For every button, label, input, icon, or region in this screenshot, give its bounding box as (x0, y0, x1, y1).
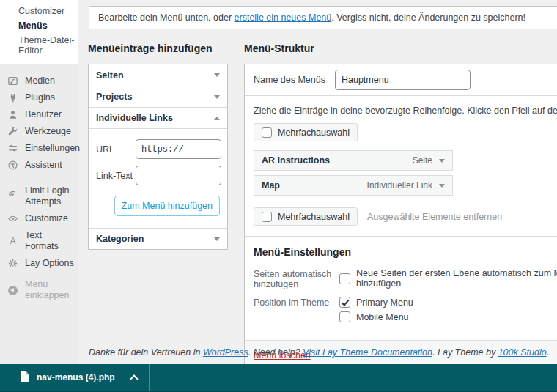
sidebar-item-werkzeuge[interactable]: Werkzeuge (0, 123, 78, 140)
add-menu-items-title: Menüeinträge hinzufügen (88, 42, 228, 54)
download-bar: nav-menus (4).php (0, 364, 557, 392)
auto-add-checkbox[interactable] (339, 273, 350, 284)
sidebar-item-menus[interactable]: Menüs (0, 18, 78, 33)
sidebar-item-label: Limit Login Attempts (25, 185, 73, 207)
mobile-menu-label: Mobile Menu (356, 312, 409, 322)
chevron-down-icon[interactable] (439, 184, 445, 191)
chevron-up-icon (214, 114, 220, 120)
bulk-select-checkbox[interactable] (262, 127, 272, 138)
sidebar-item-label: Text Formats (25, 230, 75, 252)
url-label: URL (96, 144, 136, 155)
footer-text: . Lay Theme by (432, 347, 498, 358)
eye-icon (7, 213, 18, 224)
sidebar-item-medien[interactable]: Medien (0, 73, 78, 89)
sidebar-item-theme-file-editor[interactable]: Theme-Datei-Editor (0, 33, 78, 58)
menu-structure-panel: Menü-Struktur Name des Menüs Ziehe die E… (244, 42, 557, 370)
sidebar-item-customizer[interactable]: Customizer (0, 4, 78, 18)
accordion-individuelle-links[interactable]: Individuelle Links (89, 107, 227, 128)
auto-add-option-label: Neue Seiten der ersten Ebene automatisch… (356, 268, 557, 289)
menu-name-label: Name des Menüs (254, 75, 325, 85)
mobile-menu-checkbox[interactable] (339, 311, 350, 322)
chevron-up-icon[interactable] (130, 374, 138, 382)
footer-text: Danke für dein Vertrauen in (89, 347, 203, 358)
notice-text: . Vergiss nicht, deine Änderungen zu spe… (331, 12, 525, 23)
menu-items-list: AR Instructions Seite Map Individueller … (254, 150, 453, 196)
sidebar-item-label: Medien (25, 75, 55, 86)
sidebar-item-einstellungen[interactable]: Einstellungen (0, 140, 78, 157)
downloaded-filename: nav-menus (4).php (37, 372, 115, 382)
admin-sidebar: Customizer Menüs Theme-Datei-Editor Medi… (0, 0, 78, 364)
menu-item-ar-instructions[interactable]: AR Instructions Seite (254, 150, 453, 171)
notice-text: Bearbeite dein Menü unten, oder (98, 12, 235, 23)
mobile-menu-option[interactable]: Mobile Menu (339, 311, 413, 322)
limit-login-icon (7, 187, 18, 198)
plugins-icon (7, 92, 18, 103)
file-icon (21, 371, 29, 384)
url-input[interactable] (136, 139, 221, 159)
add-to-menu-button[interactable]: Zum Menü hinzufügen (114, 196, 220, 216)
menu-item-title: Map (262, 180, 280, 191)
menu-name-input[interactable] (335, 70, 471, 90)
collapse-menu-button[interactable]: Menü einklappen (0, 276, 78, 304)
accordion-projects[interactable]: Projects (89, 86, 227, 107)
drag-instructions: Ziehe die Einträge in deine bevorzugte R… (254, 106, 557, 116)
accordion-kategorien[interactable]: Kategorien (89, 228, 227, 249)
link-text-input[interactable] (136, 166, 221, 185)
link-text-label: Link-Text (96, 171, 136, 181)
wordpress-link[interactable]: WordPress (203, 347, 248, 358)
admin-menu: Medien Plugins Benutzer Werkzeuge (0, 64, 78, 304)
chevron-down-icon[interactable] (439, 159, 445, 166)
primary-menu-checkbox[interactable] (339, 297, 350, 308)
create-new-menu-link[interactable]: erstelle ein neues Menü (235, 12, 332, 23)
100k-studio-link[interactable]: 100k Studio (498, 347, 547, 358)
primary-menu-option[interactable]: Primary Menu (339, 297, 413, 308)
chevron-down-icon (214, 95, 220, 102)
sidebar-item-assistent[interactable]: Assistent (0, 157, 78, 174)
settings-icon (7, 143, 18, 154)
primary-menu-label: Primary Menu (356, 297, 413, 308)
sidebar-item-text-formats[interactable]: A Text Formats (0, 227, 78, 255)
accordion-label: Individuelle Links (96, 113, 173, 123)
lay-theme-docs-link[interactable]: Visit Lay Theme Documentation (303, 347, 432, 358)
downloaded-file-chip[interactable]: nav-menus (4).php (0, 364, 149, 391)
sidebar-item-customize[interactable]: Customize (0, 210, 78, 227)
menu-item-type: Seite (413, 155, 432, 166)
collapse-menu-label: Menü einklappen (25, 279, 75, 301)
sidebar-item-label: Einstellungen (25, 143, 80, 154)
menu-items-accordion: Seiten Projects Individuelle Links URL (88, 64, 228, 250)
add-menu-items-panel: Menüeinträge hinzufügen Seiten Projects … (88, 42, 228, 250)
sidebar-item-label: Customize (25, 213, 68, 224)
notice-banner: Bearbeite dein Menü unten, oder erstelle… (89, 6, 557, 29)
menu-settings-section: Menü-Einstellungen Seiten automatisch hi… (245, 236, 557, 340)
bulk-select-toggle[interactable]: Mehrfachauswahl (254, 123, 358, 141)
sidebar-item-label: Benutzer (25, 109, 62, 120)
accordion-seiten[interactable]: Seiten (89, 64, 227, 86)
chevron-down-icon (214, 237, 220, 244)
sidebar-item-benutzer[interactable]: Benutzer (0, 106, 78, 123)
accordion-label: Projects (96, 92, 132, 102)
download-bar-divider (149, 363, 150, 391)
auto-add-label: Seiten automatisch hinzufügen (254, 268, 339, 289)
chevron-down-icon (214, 73, 220, 80)
tools-icon (7, 126, 18, 137)
bulk-select-checkbox[interactable] (262, 212, 272, 222)
menu-structure-box: Name des Menüs Ziehe die Einträge in dei… (244, 64, 557, 370)
menu-structure-title: Menü-Struktur (244, 42, 557, 54)
bulk-select-label: Mehrfachauswahl (278, 212, 350, 222)
remove-selected-link[interactable]: Ausgewählte Elemente entfernen (367, 212, 502, 222)
sidebar-item-limit-login-attempts[interactable]: Limit Login Attempts (0, 182, 78, 210)
auto-add-option[interactable]: Neue Seiten der ersten Ebene automatisch… (339, 268, 557, 289)
accordion-label: Seiten (96, 70, 124, 81)
sidebar-item-plugins[interactable]: Plugins (0, 89, 78, 106)
letter-a-icon: A (7, 236, 18, 247)
menu-name-row: Name des Menüs (245, 64, 557, 96)
assistant-icon (7, 160, 18, 171)
bulk-select-toggle[interactable]: Mehrfachauswahl (254, 207, 358, 226)
main-content: Bearbeite dein Menü unten, oder erstelle… (78, 0, 557, 364)
media-icon (7, 75, 18, 86)
footer-text: . (547, 347, 549, 358)
sidebar-item-lay-options[interactable]: Lay Options (0, 255, 78, 272)
footer-text: . Need help? (248, 347, 303, 358)
menu-item-map[interactable]: Map Individueller Link (254, 175, 453, 196)
sidebar-item-label: Werkzeuge (25, 126, 71, 137)
